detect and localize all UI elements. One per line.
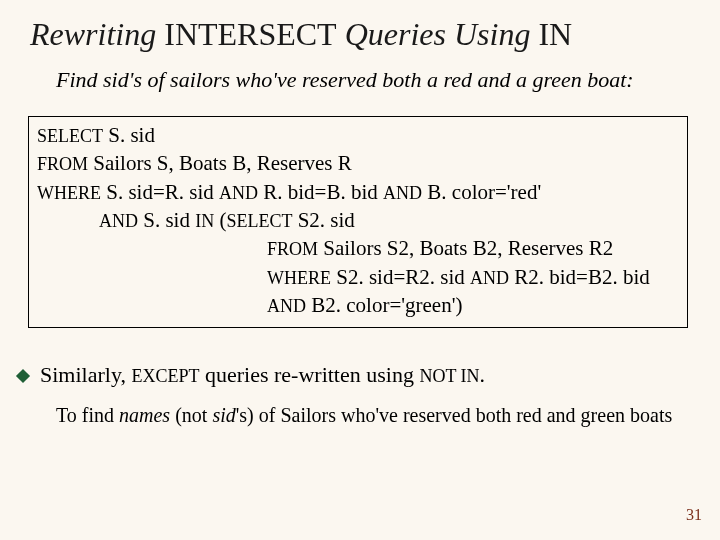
kw-select-2: SELECT [226,211,292,231]
note-c: (not [170,404,212,426]
bullet-except: EXCEPT [131,366,199,386]
sql-l1-rest: S. sid [103,123,155,147]
kw-and-3: AND [99,211,138,231]
sql-l6-b: R2. bid=B2. bid [509,265,650,289]
note-sid: sid [212,404,235,426]
sql-code-box: SELECT S. sid FROM Sailors S, Boats B, R… [28,116,688,328]
sql-l3-a: S. sid=R. sid [101,180,219,204]
page-number: 31 [686,506,702,524]
kw-from-2: FROM [267,239,318,259]
kw-select: SELECT [37,126,103,146]
note-e: 's) of Sailors who've reserved both red … [236,404,673,426]
bullet-e: . [480,362,486,387]
sql-l4-b: ( [214,208,226,232]
sql-l6-a: S2. sid=R2. sid [331,265,470,289]
sql-l7-rest: B2. color='green') [306,293,462,317]
bullet-text: Similarly, EXCEPT queries re-written usi… [40,362,485,388]
sql-l5-rest: Sailors S2, Boats B2, Reserves R2 [318,236,613,260]
bullet-a: Similarly, [40,362,131,387]
note-a: To find [56,404,119,426]
bullet-c: queries re-written using [199,362,419,387]
sql-l2-rest: Sailors S, Boats B, Reserves R [88,151,352,175]
kw-and-2: AND [383,183,422,203]
kw-where: WHERE [37,183,101,203]
sql-line-3: WHERE S. sid=R. sid AND R. bid=B. bid AN… [37,178,679,206]
problem-statement: Find sid's of sailors who've reserved bo… [56,66,666,94]
sql-l3-b: R. bid=B. bid [258,180,383,204]
bullet-icon [16,369,30,383]
title-intersect: INTERSECT [164,16,336,52]
footnote: To find names (not sid's) of Sailors who… [56,404,696,427]
note-names: names [119,404,170,426]
sql-line-4: AND S. sid IN (SELECT S2. sid [37,206,679,234]
kw-where-2: WHERE [267,268,331,288]
bullet-item: Similarly, EXCEPT queries re-written usi… [18,362,698,388]
kw-and-5: AND [267,296,306,316]
sql-line-1: SELECT S. sid [37,121,679,149]
title-part-1: Rewriting [30,16,164,52]
kw-and-4: AND [470,268,509,288]
kw-and-1: AND [219,183,258,203]
bullet-notin: NOT IN [419,366,479,386]
sql-l3-c: B. color='red' [422,180,541,204]
slide: Rewriting INTERSECT Queries Using IN Fin… [0,0,720,540]
kw-in: IN [195,211,214,231]
sql-line-7: AND B2. color='green') [37,291,679,319]
sql-line-6: WHERE S2. sid=R2. sid AND R2. bid=B2. bi… [37,263,679,291]
sql-line-5: FROM Sailors S2, Boats B2, Reserves R2 [37,234,679,262]
title-in: IN [538,16,572,52]
slide-title: Rewriting INTERSECT Queries Using IN [30,16,572,53]
kw-from: FROM [37,154,88,174]
sql-line-2: FROM Sailors S, Boats B, Reserves R [37,149,679,177]
sql-l4-a: S. sid [138,208,195,232]
title-part-2: Queries Using [337,16,539,52]
sql-l4-rest: S2. sid [292,208,354,232]
